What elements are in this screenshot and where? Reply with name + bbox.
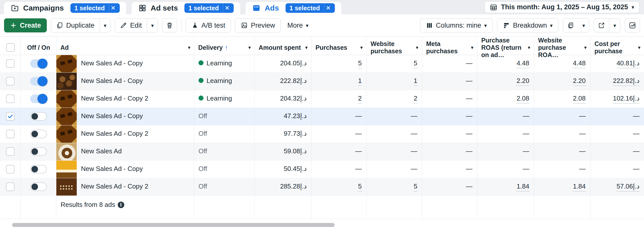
metric-value: 285.28د.إ: [280, 182, 307, 190]
metric-value[interactable]: 1: [414, 77, 417, 86]
metric-value[interactable]: 5: [358, 59, 362, 68]
off-on-toggle[interactable]: [30, 130, 47, 138]
off-on-toggle[interactable]: [30, 182, 47, 191]
pencil-icon: [120, 22, 127, 29]
ad-name-link[interactable]: New Sales Ad - Copy 2: [77, 125, 148, 143]
metric-value[interactable]: 2: [414, 95, 417, 104]
metric-value[interactable]: 222.82د.إ: [613, 77, 639, 86]
chevron-down-icon: ▾: [471, 44, 473, 51]
ad-name-link[interactable]: New Sales Ad - Copy 2: [77, 178, 148, 196]
learning-status-dot: [198, 60, 204, 65]
cost-per-purchase-cell: 40.81د.إ: [590, 55, 644, 72]
footer-toggle-cell: [21, 196, 56, 219]
tab-ad-sets[interactable]: Ad sets1 selected✕: [132, 2, 240, 14]
ad-name-link[interactable]: New Sales Ad - Copy: [77, 55, 143, 72]
website-purchase-roas-cell: 4.48: [534, 55, 590, 72]
duplicate-dropdown[interactable]: ▾: [100, 19, 111, 32]
row-checkbox[interactable]: [6, 95, 15, 103]
cost-per-purchase-cell: 57.06د.إ: [590, 178, 644, 196]
metric-value[interactable]: 1.84: [516, 182, 529, 192]
more-button[interactable]: More ▾: [285, 18, 311, 32]
metric-value[interactable]: 2.20: [516, 77, 529, 86]
badge-close-icon[interactable]: ✕: [223, 3, 234, 13]
duplicate-button[interactable]: Duplicate: [51, 19, 100, 32]
ad-name-link[interactable]: New Sales Ad - Copy: [77, 108, 143, 125]
metric-value[interactable]: 4.48: [573, 59, 586, 68]
metric-value[interactable]: 2.20: [573, 77, 586, 86]
off-on-toggle[interactable]: [30, 59, 47, 68]
metric-value: —: [523, 147, 529, 155]
badge-close-icon[interactable]: ✕: [109, 3, 120, 13]
metric-value: 222.82د.إ: [280, 77, 307, 84]
purchase-roas-cell: 2.20: [477, 73, 534, 90]
ad-name-link[interactable]: New Sales Ad - Copy: [77, 161, 143, 178]
meta-purchases-cell: —: [422, 90, 477, 108]
ad-card-icon: [252, 4, 261, 12]
export-button[interactable]: [594, 19, 609, 32]
metric-value[interactable]: 5: [414, 182, 417, 192]
info-icon[interactable]: i: [118, 202, 124, 208]
row-checkbox[interactable]: [6, 165, 15, 173]
ad-name-link[interactable]: New Sales Ad - Copy 2: [77, 90, 148, 108]
horizontal-scrollbar-thumb[interactable]: [12, 223, 335, 227]
ab-test-label: A/B test: [202, 22, 225, 29]
tab-campaigns[interactable]: Campaigns1 selected✕: [4, 2, 126, 14]
row-checkbox[interactable]: [6, 182, 15, 191]
reports-button[interactable]: [563, 19, 578, 32]
metric-value[interactable]: 40.81د.إ: [617, 59, 639, 68]
metric-value[interactable]: 2: [358, 95, 362, 104]
off-on-toggle[interactable]: [30, 95, 47, 103]
metric-value[interactable]: 1.84: [573, 182, 586, 192]
select-all-checkbox[interactable]: [6, 43, 15, 52]
delivery-cell: Off: [194, 108, 255, 125]
delete-button[interactable]: [162, 18, 177, 32]
metric-value[interactable]: 2.08: [573, 95, 586, 104]
metric-value[interactable]: 5: [414, 59, 417, 68]
website-purchase-roas-cell: —: [534, 143, 590, 160]
row-checkbox[interactable]: [6, 77, 15, 85]
export-dropdown[interactable]: ▾: [609, 19, 620, 32]
charts-button[interactable]: [625, 18, 640, 32]
metric-value[interactable]: 4.48: [516, 59, 529, 68]
metric-value[interactable]: 1: [358, 77, 362, 86]
edit-button[interactable]: Edit: [115, 19, 147, 32]
row-checkbox[interactable]: [6, 112, 15, 121]
badge-close-icon[interactable]: ✕: [324, 3, 335, 13]
metric-value: 50.45د.إ: [284, 165, 307, 172]
breakdown-button[interactable]: Breakdown ▾: [497, 18, 558, 32]
calendar-icon: [490, 4, 497, 11]
off-on-toggle[interactable]: [30, 147, 47, 156]
tab-ads[interactable]: Ads1 selected✕: [246, 2, 341, 14]
columns-button[interactable]: Columns: mine ▾: [420, 18, 493, 32]
meta-purchases-cell: —: [422, 125, 477, 143]
off-on-toggle[interactable]: [30, 112, 47, 121]
preview-button[interactable]: Preview: [235, 18, 281, 32]
ad-name-link[interactable]: New Sales Ad: [77, 143, 122, 160]
metric-value[interactable]: 2.08: [516, 95, 529, 104]
ab-test-button[interactable]: A/B test: [186, 18, 231, 32]
row-checkbox[interactable]: [6, 147, 15, 156]
metric-value[interactable]: 102.16د.إ: [613, 95, 639, 104]
ad-thumbnail: [56, 143, 77, 160]
tab-label: Ads: [265, 4, 279, 12]
website-purchase-roas-cell: 2.20: [534, 73, 590, 90]
off-on-toggle[interactable]: [30, 77, 47, 85]
chevron-down-icon: ▾: [248, 44, 251, 51]
ad-name-link[interactable]: New Sales Ad - Copy: [77, 73, 143, 90]
purchases-cell: 2: [311, 90, 367, 108]
create-button[interactable]: Create: [4, 18, 47, 32]
row-checkbox[interactable]: [6, 59, 15, 68]
spent-cell: 47.23د.إ: [255, 108, 311, 125]
reports-dropdown[interactable]: ▾: [578, 19, 589, 32]
metric-value: —: [466, 95, 472, 102]
edit-dropdown[interactable]: ▾: [147, 19, 158, 32]
off-on-toggle[interactable]: [30, 165, 47, 173]
metric-value: 59.08د.إ: [284, 147, 307, 155]
metric-value[interactable]: 5: [358, 182, 362, 192]
metric-value: —: [466, 130, 472, 137]
metric-value[interactable]: 57.06د.إ: [617, 182, 639, 192]
chevron-down-icon: ▾: [360, 44, 363, 51]
date-range-button[interactable]: This month: Aug 1, 2025 – Aug 15, 2025 ▾: [485, 1, 639, 13]
row-checkbox[interactable]: [6, 130, 15, 138]
duplicate-label: Duplicate: [66, 22, 95, 29]
